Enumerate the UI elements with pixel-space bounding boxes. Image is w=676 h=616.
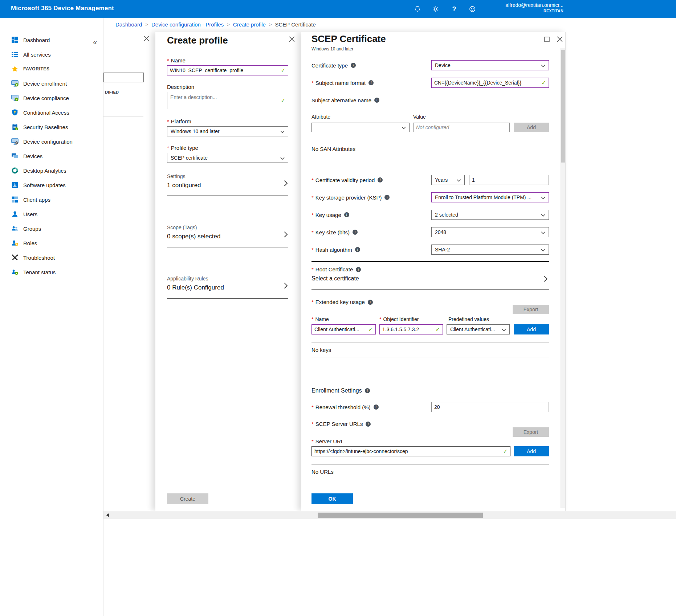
subject-name-format-input[interactable] (434, 80, 539, 86)
applicability-rules-row[interactable]: Applicability Rules 0 Rule(s) Configured (167, 276, 288, 299)
sidebar-item-device-enrollment[interactable]: Device enrollment (0, 76, 103, 91)
url-add-button[interactable]: Add (514, 446, 549, 456)
renewal-threshold-input[interactable] (434, 404, 546, 410)
breadcrumb-device-configuration-profiles[interactable]: Device configuration - Profiles (151, 21, 224, 28)
close-icon[interactable] (143, 36, 149, 41)
eku-name-input[interactable] (314, 327, 366, 332)
info-icon[interactable] (351, 63, 356, 68)
sidebar-item-users[interactable]: Users (0, 207, 103, 221)
info-icon[interactable] (365, 388, 370, 393)
sidebar-item-device-configuration[interactable]: Device configuration (0, 134, 103, 149)
ok-button[interactable]: OK (311, 493, 353, 504)
eku-export-button[interactable]: Export (513, 305, 549, 314)
sidebar-item-devices[interactable]: Devices (0, 149, 103, 163)
help-icon[interactable]: ? (450, 5, 459, 13)
validity-value-input[interactable] (472, 177, 546, 183)
eku-oid-input[interactable] (382, 327, 433, 332)
breadcrumb-dashboard[interactable]: Dashboard (115, 21, 142, 28)
eku-predefined-select[interactable]: Client Authenticati... (447, 324, 510, 334)
san-value-header: Value (413, 114, 426, 120)
sidebar-item-device-compliance[interactable]: Device compliance (0, 91, 103, 105)
info-icon[interactable] (378, 177, 383, 182)
create-profile-blade: Create profile Name Description Platform… (155, 32, 301, 511)
sidebar-item-roles[interactable]: Roles (0, 236, 103, 250)
sidebar-item-security-baselines[interactable]: Security Baselines (0, 120, 103, 134)
hash-algorithm-label: Hash algorithm (311, 245, 360, 255)
sidebar-item-conditional-access[interactable]: Conditional Access (0, 105, 103, 120)
urls-export-button[interactable]: Export (513, 427, 549, 437)
search-input[interactable] (103, 73, 144, 82)
security-baselines-icon (11, 123, 19, 131)
info-icon[interactable] (353, 230, 358, 235)
close-icon[interactable] (289, 36, 295, 42)
sidebar-item-desktop-analytics[interactable]: Desktop Analytics (0, 163, 103, 178)
device-enrollment-icon (11, 79, 19, 87)
info-icon[interactable] (374, 98, 379, 103)
sidebar-item-troubleshoot[interactable]: Troubleshoot (0, 250, 103, 265)
settings-row[interactable]: Settings 1 configured (167, 173, 288, 196)
ksp-select[interactable]: Enroll to Trusted Platform Module (TPM) … (431, 192, 549, 202)
sidebar-item-software-updates[interactable]: Software updates (0, 178, 103, 192)
required-asterisk (167, 145, 169, 151)
profile-type-select[interactable]: SCEP certificate (167, 153, 288, 163)
info-icon[interactable] (368, 300, 373, 305)
san-add-button[interactable]: Add (514, 123, 549, 132)
sidebar-item-client-apps[interactable]: Client apps (0, 192, 103, 207)
breadcrumb-create-profile[interactable]: Create profile (233, 21, 266, 28)
scope-tags-row[interactable]: Scope (Tags) 0 scope(s) selected (167, 225, 288, 247)
sidebar-menu: Dashboard All services FAVORITES Device … (0, 33, 103, 279)
vertical-scrollbar-thumb[interactable] (561, 50, 565, 163)
vertical-scrollbar[interactable] (561, 48, 565, 508)
info-icon[interactable] (366, 422, 371, 427)
server-url-label: Server URL (311, 438, 344, 444)
chevron-down-icon (541, 62, 545, 68)
device-compliance-icon (11, 94, 19, 102)
info-icon[interactable] (356, 267, 361, 272)
required-asterisk (379, 316, 381, 322)
maximize-icon[interactable] (544, 36, 550, 42)
account-menu[interactable]: alfredo@rextitan.onmicr... REXTITAN (472, 2, 563, 13)
validity-unit-select[interactable]: Years (431, 175, 465, 185)
info-icon[interactable] (384, 195, 390, 200)
users-icon (11, 210, 19, 218)
info-icon[interactable] (355, 247, 360, 252)
hash-algorithm-select[interactable]: SHA-2 (431, 245, 549, 255)
root-certificate-value: Select a certificate (311, 275, 549, 282)
software-updates-icon (11, 181, 19, 189)
info-icon[interactable] (368, 80, 374, 85)
create-button[interactable]: Create (167, 493, 208, 504)
conditional-access-icon (11, 108, 19, 116)
breadcrumb-separator: > (269, 22, 272, 27)
horizontal-scrollbar-thumb[interactable] (318, 513, 483, 518)
info-icon[interactable] (374, 404, 379, 410)
sidebar-item-all-services[interactable]: All services (0, 47, 103, 62)
sidebar-item-groups[interactable]: Groups (0, 221, 103, 236)
profile-type-label: Profile type (167, 145, 198, 151)
valid-check-icon (281, 97, 285, 104)
notifications-bell-icon[interactable] (413, 5, 422, 13)
certificate-type-select[interactable]: Device (431, 60, 549, 70)
sidebar-item-dashboard[interactable]: Dashboard (0, 33, 103, 47)
eku-predefined-header: Predefined values (448, 316, 489, 322)
extended-key-usage-label: Extended key usage (311, 299, 373, 305)
chevron-down-icon (457, 177, 461, 183)
san-empty-text: No SAN Attributes (311, 146, 355, 152)
valid-check-icon (541, 79, 546, 86)
platform-select[interactable]: Windows 10 and later (167, 126, 288, 136)
info-icon[interactable] (344, 212, 349, 217)
profile-name-input[interactable] (170, 67, 279, 73)
settings-gear-icon[interactable] (431, 5, 440, 13)
key-size-select[interactable]: 2048 (431, 227, 549, 237)
server-url-input[interactable] (314, 448, 501, 454)
sidebar-item-tenant-status[interactable]: Tenant status (0, 265, 103, 279)
key-size-label: Key size (bits) (311, 227, 358, 237)
eku-add-button[interactable]: Add (514, 324, 549, 334)
description-input[interactable] (167, 92, 288, 109)
horizontal-scrollbar[interactable] (103, 511, 676, 519)
san-value-input[interactable] (416, 124, 507, 130)
close-icon[interactable] (557, 36, 563, 42)
root-certificate-row[interactable]: Root Certificate Select a certificate (311, 261, 549, 290)
scroll-left-arrow-icon[interactable] (106, 513, 109, 517)
key-usage-select[interactable]: 2 selected (431, 210, 549, 220)
san-attribute-select[interactable] (311, 123, 410, 132)
